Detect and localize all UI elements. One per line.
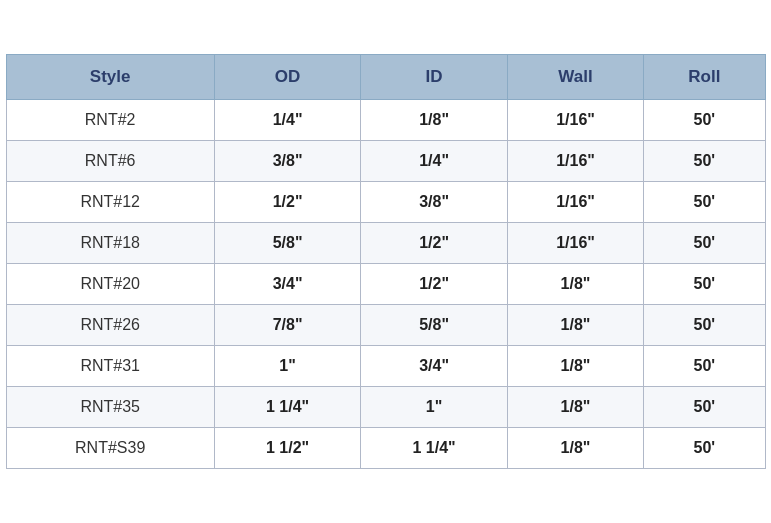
- cell-4-3: 1/8": [507, 264, 643, 305]
- cell-0-3: 1/16": [507, 100, 643, 141]
- cell-3-3: 1/16": [507, 223, 643, 264]
- table-row: RNT#311"3/4"1/8"50': [6, 346, 765, 387]
- cell-5-1: 7/8": [214, 305, 361, 346]
- cell-8-3: 1/8": [507, 428, 643, 469]
- cell-1-4: 50': [644, 141, 765, 182]
- cell-3-0: RNT#18: [6, 223, 214, 264]
- table-row: RNT#21/4"1/8"1/16"50': [6, 100, 765, 141]
- cell-0-2: 1/8": [361, 100, 508, 141]
- cell-8-2: 1 1/4": [361, 428, 508, 469]
- table-row: RNT#267/8"5/8"1/8"50': [6, 305, 765, 346]
- cell-5-2: 5/8": [361, 305, 508, 346]
- cell-4-0: RNT#20: [6, 264, 214, 305]
- cell-2-0: RNT#12: [6, 182, 214, 223]
- cell-7-2: 1": [361, 387, 508, 428]
- cell-1-2: 1/4": [361, 141, 508, 182]
- cell-8-0: RNT#S39: [6, 428, 214, 469]
- cell-5-3: 1/8": [507, 305, 643, 346]
- col-header-od: OD: [214, 55, 361, 100]
- cell-3-2: 1/2": [361, 223, 508, 264]
- cell-2-4: 50': [644, 182, 765, 223]
- cell-3-1: 5/8": [214, 223, 361, 264]
- table-row: RNT#63/8"1/4"1/16"50': [6, 141, 765, 182]
- cell-8-4: 50': [644, 428, 765, 469]
- cell-7-3: 1/8": [507, 387, 643, 428]
- col-header-wall: Wall: [507, 55, 643, 100]
- col-header-style: Style: [6, 55, 214, 100]
- cell-6-3: 1/8": [507, 346, 643, 387]
- cell-1-0: RNT#6: [6, 141, 214, 182]
- table-row: RNT#S391 1/2"1 1/4"1/8"50': [6, 428, 765, 469]
- cell-1-3: 1/16": [507, 141, 643, 182]
- cell-2-1: 1/2": [214, 182, 361, 223]
- cell-0-4: 50': [644, 100, 765, 141]
- cell-7-1: 1 1/4": [214, 387, 361, 428]
- cell-7-0: RNT#35: [6, 387, 214, 428]
- cell-5-0: RNT#26: [6, 305, 214, 346]
- cell-6-0: RNT#31: [6, 346, 214, 387]
- col-header-roll: Roll: [644, 55, 765, 100]
- cell-6-2: 3/4": [361, 346, 508, 387]
- cell-5-4: 50': [644, 305, 765, 346]
- cell-6-1: 1": [214, 346, 361, 387]
- cell-7-4: 50': [644, 387, 765, 428]
- table-container: Style OD ID Wall Roll RNT#21/4"1/8"1/16"…: [0, 0, 771, 523]
- cell-2-2: 3/8": [361, 182, 508, 223]
- table-row: RNT#351 1/4"1"1/8"50': [6, 387, 765, 428]
- cell-2-3: 1/16": [507, 182, 643, 223]
- cell-4-2: 1/2": [361, 264, 508, 305]
- col-header-id: ID: [361, 55, 508, 100]
- cell-0-1: 1/4": [214, 100, 361, 141]
- cell-6-4: 50': [644, 346, 765, 387]
- data-table: Style OD ID Wall Roll RNT#21/4"1/8"1/16"…: [6, 54, 766, 469]
- table-row: RNT#121/2"3/8"1/16"50': [6, 182, 765, 223]
- table-row: RNT#203/4"1/2"1/8"50': [6, 264, 765, 305]
- cell-3-4: 50': [644, 223, 765, 264]
- header-row: Style OD ID Wall Roll: [6, 55, 765, 100]
- cell-1-1: 3/8": [214, 141, 361, 182]
- cell-0-0: RNT#2: [6, 100, 214, 141]
- table-row: RNT#185/8"1/2"1/16"50': [6, 223, 765, 264]
- cell-8-1: 1 1/2": [214, 428, 361, 469]
- cell-4-1: 3/4": [214, 264, 361, 305]
- cell-4-4: 50': [644, 264, 765, 305]
